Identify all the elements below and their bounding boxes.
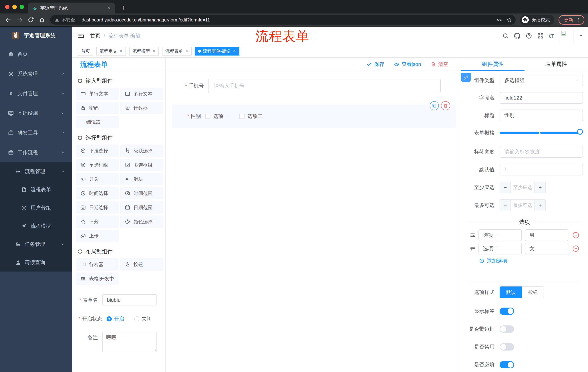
remove-option-button[interactable] — [573, 232, 579, 238]
drawing-board[interactable]: 手机号 请输入手机号 性别 选项一 选项二 — [166, 71, 461, 372]
component-type-select[interactable] — [500, 74, 583, 86]
save-button[interactable]: 保存 — [367, 61, 384, 68]
bookmark-star-icon[interactable] — [506, 17, 512, 22]
resize-handle-icon[interactable] — [152, 347, 156, 351]
breadcrumb-home[interactable]: 首页 — [90, 32, 100, 39]
tag-view-首页[interactable]: 首页 — [78, 47, 93, 55]
palette-chip-开关[interactable]: 开关 — [76, 173, 119, 185]
add-option-button[interactable]: 添加选项 — [479, 257, 583, 264]
grid-slider[interactable] — [500, 127, 583, 139]
form-name-input[interactable] — [102, 294, 157, 306]
option-style-default[interactable]: 默认 — [500, 287, 522, 298]
link-badge[interactable] — [461, 73, 471, 82]
palette-chip-日期选择[interactable]: 日期选择 — [76, 201, 119, 214]
tab-component-props[interactable]: 组件属性 — [461, 57, 525, 71]
tag-view-流程模型[interactable]: 流程模型 ✕ — [129, 47, 159, 55]
tag-view-流程表单[interactable]: 流程表单 ✕ — [162, 47, 192, 55]
back-icon[interactable] — [5, 17, 11, 23]
avatar[interactable] — [559, 29, 573, 43]
option-value-input[interactable] — [525, 229, 568, 241]
palette-chip-日期范围[interactable]: 日期范围 — [120, 201, 163, 214]
tag-view-流程定义[interactable]: 流程定义 ✕ — [96, 47, 126, 55]
menu-dots-icon[interactable] — [576, 18, 581, 22]
help-icon[interactable] — [526, 33, 532, 39]
palette-chip-时间选择[interactable]: 时间选择 — [76, 187, 119, 200]
sidebar-item-工作流程[interactable]: 工作流程 — [0, 143, 72, 162]
toggle-switch-是否必填[interactable] — [500, 361, 514, 368]
option-label-input[interactable] — [478, 229, 522, 241]
hamburger-icon[interactable] — [78, 32, 84, 39]
sidebar-item-任务管理[interactable]: 任务管理 — [0, 235, 72, 253]
palette-chip-颜色选择[interactable]: 颜色选择 — [120, 215, 163, 228]
palette-chip-时间范围[interactable]: 时间范围 — [120, 187, 163, 200]
status-off-label[interactable]: 关闭 — [142, 315, 152, 322]
palette-chip-密码[interactable]: 密码 — [76, 102, 119, 114]
browser-tab[interactable]: 芋道管理系统 ✕ — [28, 2, 115, 13]
update-button[interactable]: 更新 — [558, 15, 584, 25]
tag-close-icon[interactable]: ✕ — [185, 49, 188, 53]
sidebar-item-流程模型[interactable]: 流程模型 — [0, 217, 72, 235]
default-value-input[interactable] — [500, 164, 583, 175]
increase-button[interactable]: + — [535, 200, 546, 211]
component-type-value[interactable] — [500, 74, 583, 86]
remark-textarea[interactable]: 嘿嘿 — [102, 332, 157, 352]
label-width-input[interactable] — [500, 146, 583, 158]
sidebar-item-基础设施[interactable]: 基础设施 — [0, 103, 72, 123]
palette-chip-上传[interactable]: 上传 — [76, 230, 119, 242]
tag-close-icon[interactable]: ✕ — [119, 49, 123, 53]
increase-button[interactable]: + — [535, 182, 546, 193]
option-label-input[interactable] — [478, 243, 522, 255]
forward-icon[interactable] — [16, 17, 22, 23]
palette-chip-单行文本[interactable]: 单行文本 — [76, 87, 119, 100]
palette-chip-多行文本[interactable]: 多行文本 — [120, 87, 163, 100]
checkbox-box[interactable] — [239, 114, 244, 119]
palette-chip-单选框组[interactable]: 单选框组 — [76, 159, 119, 171]
github-icon[interactable] — [514, 33, 520, 39]
decrease-button[interactable]: − — [500, 200, 511, 211]
option-value-input[interactable] — [525, 243, 568, 255]
window-controls[interactable] — [5, 5, 24, 9]
search-icon[interactable] — [503, 33, 509, 39]
toggle-switch-显示标签[interactable] — [500, 308, 514, 315]
phone-field-input[interactable]: 请输入手机号 — [208, 79, 441, 93]
phone-field[interactable]: 手机号 请输入手机号 — [172, 79, 441, 93]
title-input[interactable] — [500, 110, 583, 121]
palette-chip-行容器[interactable]: 行容器 — [76, 258, 119, 271]
palette-chip-级联选择[interactable]: 级联选择 — [120, 145, 163, 157]
security-label[interactable]: 不安全 — [62, 17, 75, 23]
copy-component-button[interactable] — [430, 101, 439, 110]
palette-chip-下拉选择[interactable]: 下拉选择 — [76, 145, 119, 157]
option-style-button[interactable]: 按钮 — [522, 287, 544, 298]
checkbox-option-选项一[interactable]: 选项一 — [205, 113, 229, 120]
minimize-window-button[interactable] — [12, 5, 17, 9]
close-window-button[interactable] — [5, 5, 10, 9]
max-select-placeholder[interactable]: 最多可选 — [511, 200, 535, 211]
delete-component-button[interactable] — [441, 101, 450, 110]
tag-view-流程表单-编辑[interactable]: 流程表单-编辑 ✕ — [195, 47, 239, 55]
sidebar-logo[interactable]: 芋道管理系统 — [0, 27, 72, 44]
palette-chip-多选框组[interactable]: 多选框组 — [120, 159, 163, 171]
gender-field-selected[interactable]: 性别 选项一 选项二 — [172, 105, 456, 128]
checkbox-option-选项二[interactable]: 选项二 — [239, 113, 263, 120]
status-off-radio[interactable] — [134, 316, 139, 321]
palette-chip-表格[开发中][interactable]: 表格[开发中] — [76, 272, 119, 285]
sidebar-item-流程表单[interactable]: 流程表单 — [0, 181, 72, 199]
avatar-caret-icon[interactable] — [579, 34, 583, 38]
palette-chip-滑块[interactable]: 滑块 — [120, 173, 163, 185]
slider-thumb[interactable] — [577, 129, 583, 135]
palette-chip-评分[interactable]: 评分 — [76, 215, 119, 228]
sidebar-item-流程管理[interactable]: 流程管理 — [0, 162, 72, 181]
key-icon[interactable] — [497, 17, 502, 22]
min-select-placeholder[interactable]: 至少应选 — [511, 182, 535, 193]
toggle-switch-是否禁用[interactable] — [500, 343, 514, 351]
sidebar-item-请假查询[interactable]: 请假查询 — [0, 253, 72, 272]
sidebar-item-首页[interactable]: 首页 — [0, 44, 72, 64]
remove-option-button[interactable] — [573, 245, 579, 252]
tag-close-icon[interactable]: ✕ — [233, 49, 236, 53]
view-json-button[interactable]: 查看json — [394, 61, 421, 68]
home-icon[interactable] — [39, 17, 45, 23]
reload-icon[interactable] — [28, 17, 34, 23]
fullscreen-icon[interactable] — [537, 33, 544, 39]
sidebar-item-用户分组[interactable]: 用户分组 — [0, 199, 72, 217]
tab-close-icon[interactable]: ✕ — [106, 5, 111, 11]
